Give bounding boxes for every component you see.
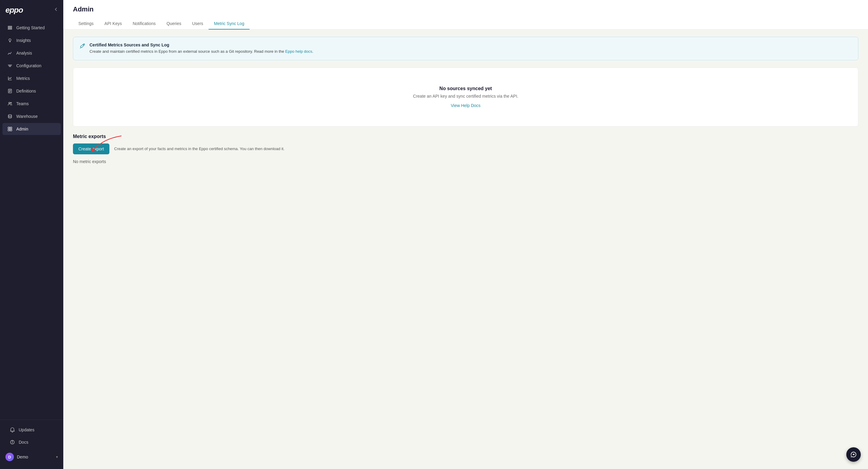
sidebar-item-getting-started[interactable]: Getting Started: [2, 22, 61, 34]
main-content: Admin Settings API Keys Notifications Qu…: [63, 0, 868, 469]
sidebar: eppo Getting Started Insights Analysis: [0, 0, 63, 469]
chat-support-button[interactable]: [846, 447, 861, 462]
workspace-avatar: D: [5, 453, 14, 461]
svg-point-5: [9, 102, 10, 104]
tab-settings[interactable]: Settings: [73, 18, 99, 30]
help-docs-link[interactable]: Eppo help docs: [285, 49, 312, 54]
create-export-button[interactable]: Create export: [73, 144, 110, 154]
sidebar-item-label: Docs: [19, 440, 28, 445]
sidebar-item-label: Metrics: [16, 76, 30, 81]
metric-exports-title: Metric exports: [73, 134, 858, 139]
docs-icon: [10, 439, 15, 445]
tab-notifications[interactable]: Notifications: [127, 18, 161, 30]
svg-point-6: [10, 102, 12, 104]
svg-rect-9: [8, 129, 10, 131]
sidebar-item-teams[interactable]: Teams: [2, 98, 61, 110]
banner-description: Create and maintain certified metrics in…: [90, 49, 313, 55]
empty-state-title: No sources synced yet: [83, 86, 848, 91]
definitions-icon: [7, 88, 13, 94]
no-exports-text: No metric exports: [73, 159, 858, 164]
sidebar-header: eppo: [0, 0, 63, 20]
svg-rect-10: [10, 127, 12, 129]
teams-icon: [7, 101, 13, 106]
sidebar-item-label: Insights: [16, 38, 31, 43]
list-icon: [7, 25, 13, 30]
sidebar-item-label: Updates: [19, 428, 34, 432]
sidebar-item-configuration[interactable]: Configuration: [2, 60, 61, 72]
sidebar-bottom: Updates Docs D Demo ▾: [0, 419, 63, 469]
warehouse-icon: [7, 114, 13, 119]
empty-state-card: No sources synced yet Create an API key …: [73, 67, 858, 127]
tabs-bar: Settings API Keys Notifications Queries …: [73, 18, 858, 29]
banner-title: Certified Metrics Sources and Sync Log: [90, 42, 313, 47]
bottom-links: Updates Docs: [2, 422, 61, 450]
page-title: Admin: [73, 5, 858, 13]
svg-rect-8: [8, 127, 10, 129]
sidebar-item-warehouse[interactable]: Warehouse: [2, 110, 61, 122]
tab-queries[interactable]: Queries: [161, 18, 187, 30]
workspace-switcher[interactable]: D Demo ▾: [2, 450, 61, 464]
view-help-docs-link[interactable]: View Help Docs: [451, 103, 481, 108]
info-banner: Certified Metrics Sources and Sync Log C…: [73, 37, 858, 60]
sidebar-item-analysis[interactable]: Analysis: [2, 47, 61, 59]
export-description: Create an export of your facts and metri…: [114, 147, 284, 151]
svg-rect-0: [8, 26, 12, 27]
sidebar-item-label: Warehouse: [16, 114, 38, 119]
metrics-icon: [7, 76, 13, 81]
svg-point-13: [12, 441, 12, 441]
sidebar-item-label: Definitions: [16, 89, 36, 93]
sidebar-item-updates[interactable]: Updates: [5, 424, 59, 436]
sidebar-item-label: Admin: [16, 127, 28, 131]
tab-users[interactable]: Users: [187, 18, 209, 30]
logo: eppo: [5, 5, 23, 15]
updates-icon: [10, 427, 15, 433]
export-actions: Create export Create an export of your f…: [73, 144, 858, 154]
tab-api-keys[interactable]: API Keys: [99, 18, 127, 30]
svg-rect-1: [8, 27, 12, 28]
config-icon: [7, 63, 13, 68]
sidebar-item-label: Analysis: [16, 51, 32, 56]
sidebar-item-metrics[interactable]: Metrics: [2, 72, 61, 84]
sidebar-item-label: Getting Started: [16, 25, 44, 30]
banner-text: Certified Metrics Sources and Sync Log C…: [90, 42, 313, 55]
chevron-down-icon: ▾: [56, 455, 58, 459]
sidebar-nav: Getting Started Insights Analysis Config…: [0, 20, 63, 419]
empty-state-description: Create an API key and sync certified met…: [83, 94, 848, 99]
svg-rect-11: [10, 129, 12, 131]
metric-exports-section: Metric exports Create export Create an e…: [73, 134, 858, 164]
sidebar-item-definitions[interactable]: Definitions: [2, 85, 61, 97]
svg-rect-2: [8, 29, 12, 29]
chart-icon: [7, 50, 13, 56]
workspace-name: Demo: [17, 455, 53, 459]
svg-point-7: [8, 115, 12, 116]
sidebar-item-admin[interactable]: Admin: [2, 123, 61, 135]
sidebar-item-docs[interactable]: Docs: [5, 436, 59, 448]
sidebar-item-label: Configuration: [16, 63, 41, 68]
sidebar-item-insights[interactable]: Insights: [2, 34, 61, 46]
page-header: Admin Settings API Keys Notifications Qu…: [63, 0, 868, 30]
wand-icon: [79, 43, 85, 51]
admin-icon: [7, 126, 13, 132]
sidebar-item-label: Teams: [16, 101, 29, 106]
tab-metric-sync-log[interactable]: Metric Sync Log: [209, 18, 250, 30]
collapse-sidebar-button[interactable]: [53, 7, 59, 13]
lightbulb-icon: [7, 38, 13, 43]
svg-point-3: [9, 39, 11, 41]
content-area: Certified Metrics Sources and Sync Log C…: [63, 30, 868, 469]
